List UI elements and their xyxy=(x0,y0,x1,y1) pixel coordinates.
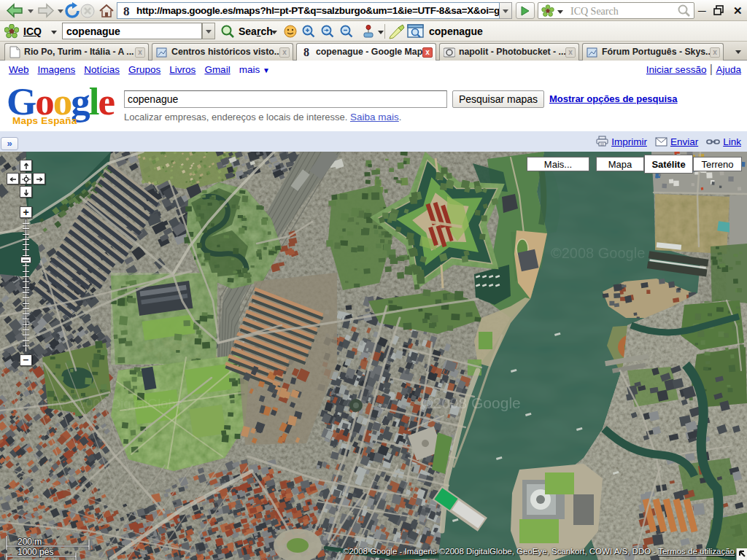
svg-text:200 m: 200 m xyxy=(18,537,42,547)
svg-text:Imagens ©2008 DigitalGlobe: Imagens ©2008 DigitalGlobe xyxy=(15,397,182,411)
svg-text:©2008 Google: ©2008 Google xyxy=(422,394,521,411)
svg-text:©2008 Google: ©2008 Google xyxy=(551,245,645,261)
